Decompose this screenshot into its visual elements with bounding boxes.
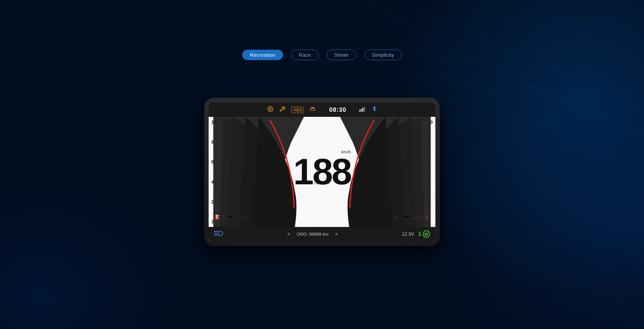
dashboard-footer: < ODO: 99999 km > 12.3V 1 W <box>209 227 435 241</box>
dashboard-time: 08:30 <box>329 106 346 113</box>
footer-right: 12.3V 1 W <box>402 230 430 238</box>
speed-value: 188 <box>293 153 351 190</box>
fuel-e-label: E <box>246 215 249 220</box>
fuel-icon: ⛽ <box>215 214 220 220</box>
footer-nav: < ODO: 99999 km > <box>287 231 338 237</box>
nav-right-arrow[interactable]: > <box>335 231 338 237</box>
tabs-row: Recreation Race Street Simplicity <box>0 50 644 60</box>
odometer-display: ODO: 99999 km <box>297 232 328 237</box>
nav-left-arrow[interactable]: < <box>287 231 290 237</box>
dashboard-header: ABS 08:30 <box>209 103 435 117</box>
svg-line-7 <box>272 108 272 108</box>
abs-warning-icon: ABS <box>291 107 304 113</box>
bluetooth-icon <box>372 106 377 113</box>
speed-display: km/h 188 <box>293 149 351 190</box>
gauge-nums-right: 10 8 6 4 2 1 <box>427 117 433 227</box>
svg-rect-18 <box>364 107 365 112</box>
fuel-fill <box>227 216 232 218</box>
gear-display: 1 W <box>418 230 430 238</box>
temp-h-label: H <box>395 215 398 220</box>
tablet-screen: ABS 08:30 <box>209 103 435 241</box>
wrench-warning-icon <box>279 106 285 113</box>
tab-simplicity[interactable]: Simplicity <box>364 50 402 60</box>
headlight-icon <box>214 230 223 238</box>
temp-gauge: H C 🌡 <box>395 214 429 220</box>
tab-street[interactable]: Street <box>327 50 356 60</box>
voltage-display: 12.3V <box>402 231 414 237</box>
fuel-bar <box>227 216 244 218</box>
tablet-outer: ABS 08:30 <box>205 98 439 246</box>
temp-warning-icon: 🌡 <box>425 214 429 220</box>
svg-rect-10 <box>313 107 314 108</box>
svg-line-6 <box>269 110 269 110</box>
engine-warning-icon <box>310 106 316 113</box>
steering-warning-icon <box>267 106 273 113</box>
dashboard-main: 10 8 6 4 2 1 10 8 6 4 2 1 <box>209 117 435 227</box>
svg-rect-8 <box>311 108 314 110</box>
temp-bar <box>401 216 418 218</box>
signal-icon <box>359 106 366 113</box>
temp-c-label: C <box>420 215 423 220</box>
svg-rect-15 <box>359 110 360 112</box>
temp-fill <box>401 216 411 218</box>
gear-circle: W <box>423 230 430 238</box>
svg-rect-16 <box>361 109 362 112</box>
tablet-wrapper: ABS 08:30 <box>205 98 439 246</box>
svg-rect-17 <box>362 108 363 112</box>
svg-rect-9 <box>312 107 313 108</box>
svg-line-5 <box>272 110 272 110</box>
fuel-f-label: F <box>222 215 225 220</box>
svg-line-4 <box>269 108 269 108</box>
gauge-nums-left: 10 8 6 4 2 1 <box>211 117 217 227</box>
fuel-gauge: ⛽ F E <box>215 214 249 220</box>
tab-recreation[interactable]: Recreation <box>242 50 283 60</box>
tab-race[interactable]: Race <box>291 50 319 60</box>
svg-point-1 <box>270 108 271 110</box>
